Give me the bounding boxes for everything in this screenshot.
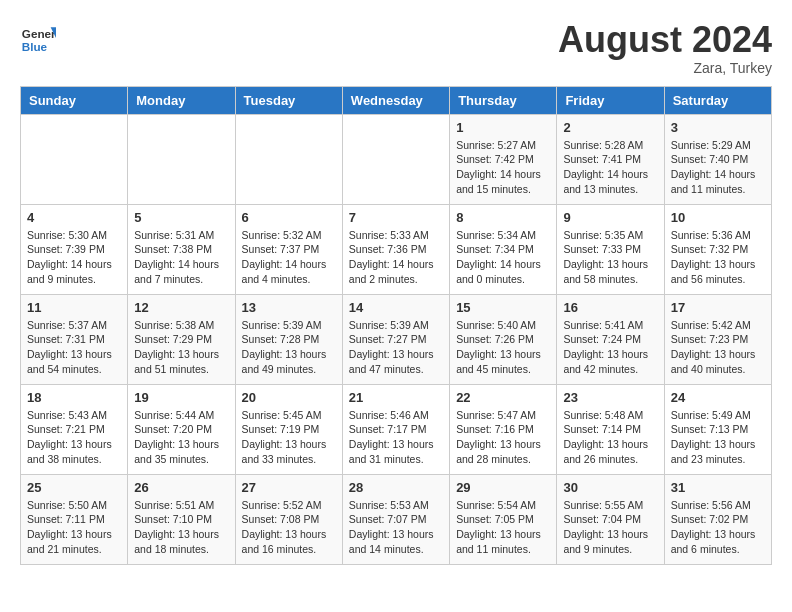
calendar-cell: 17Sunrise: 5:42 AMSunset: 7:23 PMDayligh… xyxy=(664,294,771,384)
calendar-cell: 24Sunrise: 5:49 AMSunset: 7:13 PMDayligh… xyxy=(664,384,771,474)
day-number: 27 xyxy=(242,480,336,495)
calendar-cell: 8Sunrise: 5:34 AMSunset: 7:34 PMDaylight… xyxy=(450,204,557,294)
weekday-header-monday: Monday xyxy=(128,86,235,114)
day-info: Sunrise: 5:45 AMSunset: 7:19 PMDaylight:… xyxy=(242,408,336,467)
calendar-cell: 6Sunrise: 5:32 AMSunset: 7:37 PMDaylight… xyxy=(235,204,342,294)
day-number: 17 xyxy=(671,300,765,315)
day-number: 6 xyxy=(242,210,336,225)
calendar-cell: 12Sunrise: 5:38 AMSunset: 7:29 PMDayligh… xyxy=(128,294,235,384)
day-info: Sunrise: 5:54 AMSunset: 7:05 PMDaylight:… xyxy=(456,498,550,557)
day-number: 22 xyxy=(456,390,550,405)
day-number: 29 xyxy=(456,480,550,495)
day-number: 13 xyxy=(242,300,336,315)
svg-text:Blue: Blue xyxy=(22,40,48,53)
day-info: Sunrise: 5:47 AMSunset: 7:16 PMDaylight:… xyxy=(456,408,550,467)
day-info: Sunrise: 5:52 AMSunset: 7:08 PMDaylight:… xyxy=(242,498,336,557)
calendar-cell: 27Sunrise: 5:52 AMSunset: 7:08 PMDayligh… xyxy=(235,474,342,564)
logo: General Blue xyxy=(20,20,56,56)
day-info: Sunrise: 5:37 AMSunset: 7:31 PMDaylight:… xyxy=(27,318,121,377)
calendar-cell: 14Sunrise: 5:39 AMSunset: 7:27 PMDayligh… xyxy=(342,294,449,384)
calendar-week-4: 18Sunrise: 5:43 AMSunset: 7:21 PMDayligh… xyxy=(21,384,772,474)
day-number: 16 xyxy=(563,300,657,315)
day-number: 9 xyxy=(563,210,657,225)
calendar-cell: 11Sunrise: 5:37 AMSunset: 7:31 PMDayligh… xyxy=(21,294,128,384)
day-number: 18 xyxy=(27,390,121,405)
calendar-cell: 7Sunrise: 5:33 AMSunset: 7:36 PMDaylight… xyxy=(342,204,449,294)
calendar-cell: 18Sunrise: 5:43 AMSunset: 7:21 PMDayligh… xyxy=(21,384,128,474)
calendar-week-2: 4Sunrise: 5:30 AMSunset: 7:39 PMDaylight… xyxy=(21,204,772,294)
calendar-cell: 3Sunrise: 5:29 AMSunset: 7:40 PMDaylight… xyxy=(664,114,771,204)
day-info: Sunrise: 5:29 AMSunset: 7:40 PMDaylight:… xyxy=(671,138,765,197)
calendar-cell xyxy=(128,114,235,204)
day-info: Sunrise: 5:51 AMSunset: 7:10 PMDaylight:… xyxy=(134,498,228,557)
day-info: Sunrise: 5:44 AMSunset: 7:20 PMDaylight:… xyxy=(134,408,228,467)
day-info: Sunrise: 5:34 AMSunset: 7:34 PMDaylight:… xyxy=(456,228,550,287)
day-number: 31 xyxy=(671,480,765,495)
day-number: 25 xyxy=(27,480,121,495)
calendar-cell: 4Sunrise: 5:30 AMSunset: 7:39 PMDaylight… xyxy=(21,204,128,294)
location-subtitle: Zara, Turkey xyxy=(558,60,772,76)
day-number: 12 xyxy=(134,300,228,315)
calendar-cell: 2Sunrise: 5:28 AMSunset: 7:41 PMDaylight… xyxy=(557,114,664,204)
weekday-header-sunday: Sunday xyxy=(21,86,128,114)
day-info: Sunrise: 5:48 AMSunset: 7:14 PMDaylight:… xyxy=(563,408,657,467)
calendar-cell xyxy=(21,114,128,204)
calendar-cell xyxy=(342,114,449,204)
day-info: Sunrise: 5:27 AMSunset: 7:42 PMDaylight:… xyxy=(456,138,550,197)
day-info: Sunrise: 5:53 AMSunset: 7:07 PMDaylight:… xyxy=(349,498,443,557)
day-number: 4 xyxy=(27,210,121,225)
calendar-cell: 19Sunrise: 5:44 AMSunset: 7:20 PMDayligh… xyxy=(128,384,235,474)
day-info: Sunrise: 5:43 AMSunset: 7:21 PMDaylight:… xyxy=(27,408,121,467)
day-info: Sunrise: 5:49 AMSunset: 7:13 PMDaylight:… xyxy=(671,408,765,467)
day-number: 14 xyxy=(349,300,443,315)
calendar-cell: 5Sunrise: 5:31 AMSunset: 7:38 PMDaylight… xyxy=(128,204,235,294)
weekday-header-tuesday: Tuesday xyxy=(235,86,342,114)
day-info: Sunrise: 5:41 AMSunset: 7:24 PMDaylight:… xyxy=(563,318,657,377)
day-number: 24 xyxy=(671,390,765,405)
day-info: Sunrise: 5:28 AMSunset: 7:41 PMDaylight:… xyxy=(563,138,657,197)
weekday-header-thursday: Thursday xyxy=(450,86,557,114)
calendar-header-row: SundayMondayTuesdayWednesdayThursdayFrid… xyxy=(21,86,772,114)
day-info: Sunrise: 5:36 AMSunset: 7:32 PMDaylight:… xyxy=(671,228,765,287)
calendar-cell: 10Sunrise: 5:36 AMSunset: 7:32 PMDayligh… xyxy=(664,204,771,294)
calendar-cell: 31Sunrise: 5:56 AMSunset: 7:02 PMDayligh… xyxy=(664,474,771,564)
calendar-table: SundayMondayTuesdayWednesdayThursdayFrid… xyxy=(20,86,772,565)
calendar-cell: 23Sunrise: 5:48 AMSunset: 7:14 PMDayligh… xyxy=(557,384,664,474)
day-number: 1 xyxy=(456,120,550,135)
weekday-header-wednesday: Wednesday xyxy=(342,86,449,114)
day-number: 20 xyxy=(242,390,336,405)
day-info: Sunrise: 5:46 AMSunset: 7:17 PMDaylight:… xyxy=(349,408,443,467)
day-info: Sunrise: 5:31 AMSunset: 7:38 PMDaylight:… xyxy=(134,228,228,287)
calendar-cell: 21Sunrise: 5:46 AMSunset: 7:17 PMDayligh… xyxy=(342,384,449,474)
day-info: Sunrise: 5:39 AMSunset: 7:27 PMDaylight:… xyxy=(349,318,443,377)
calendar-cell: 29Sunrise: 5:54 AMSunset: 7:05 PMDayligh… xyxy=(450,474,557,564)
calendar-cell: 15Sunrise: 5:40 AMSunset: 7:26 PMDayligh… xyxy=(450,294,557,384)
day-number: 19 xyxy=(134,390,228,405)
title-block: August 2024 Zara, Turkey xyxy=(558,20,772,76)
calendar-cell: 20Sunrise: 5:45 AMSunset: 7:19 PMDayligh… xyxy=(235,384,342,474)
calendar-week-3: 11Sunrise: 5:37 AMSunset: 7:31 PMDayligh… xyxy=(21,294,772,384)
day-info: Sunrise: 5:50 AMSunset: 7:11 PMDaylight:… xyxy=(27,498,121,557)
logo-icon: General Blue xyxy=(20,20,56,56)
day-info: Sunrise: 5:56 AMSunset: 7:02 PMDaylight:… xyxy=(671,498,765,557)
calendar-cell: 28Sunrise: 5:53 AMSunset: 7:07 PMDayligh… xyxy=(342,474,449,564)
page-header: General Blue August 2024 Zara, Turkey xyxy=(20,20,772,76)
month-year-title: August 2024 xyxy=(558,20,772,60)
day-info: Sunrise: 5:33 AMSunset: 7:36 PMDaylight:… xyxy=(349,228,443,287)
day-number: 30 xyxy=(563,480,657,495)
calendar-week-5: 25Sunrise: 5:50 AMSunset: 7:11 PMDayligh… xyxy=(21,474,772,564)
calendar-cell xyxy=(235,114,342,204)
calendar-cell: 9Sunrise: 5:35 AMSunset: 7:33 PMDaylight… xyxy=(557,204,664,294)
calendar-cell: 26Sunrise: 5:51 AMSunset: 7:10 PMDayligh… xyxy=(128,474,235,564)
day-info: Sunrise: 5:55 AMSunset: 7:04 PMDaylight:… xyxy=(563,498,657,557)
day-number: 5 xyxy=(134,210,228,225)
calendar-cell: 25Sunrise: 5:50 AMSunset: 7:11 PMDayligh… xyxy=(21,474,128,564)
day-info: Sunrise: 5:42 AMSunset: 7:23 PMDaylight:… xyxy=(671,318,765,377)
day-number: 15 xyxy=(456,300,550,315)
day-number: 11 xyxy=(27,300,121,315)
day-info: Sunrise: 5:38 AMSunset: 7:29 PMDaylight:… xyxy=(134,318,228,377)
day-number: 8 xyxy=(456,210,550,225)
day-number: 7 xyxy=(349,210,443,225)
day-number: 28 xyxy=(349,480,443,495)
calendar-cell: 16Sunrise: 5:41 AMSunset: 7:24 PMDayligh… xyxy=(557,294,664,384)
